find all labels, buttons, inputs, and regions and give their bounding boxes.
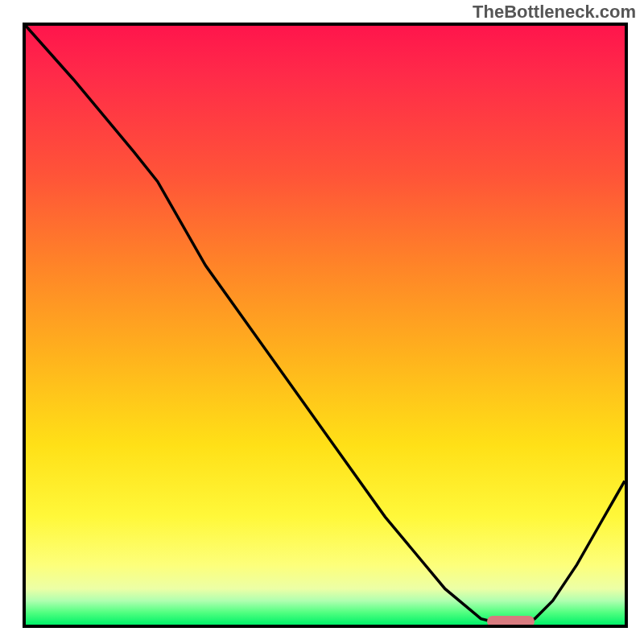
bottleneck-chart: TheBottleneck.com xyxy=(0,0,644,644)
watermark-text: TheBottleneck.com xyxy=(473,2,636,23)
plot-area xyxy=(23,23,628,628)
optimal-zone-bar xyxy=(487,616,535,627)
curve-svg xyxy=(26,26,625,625)
bottleneck-curve-path xyxy=(26,26,625,625)
